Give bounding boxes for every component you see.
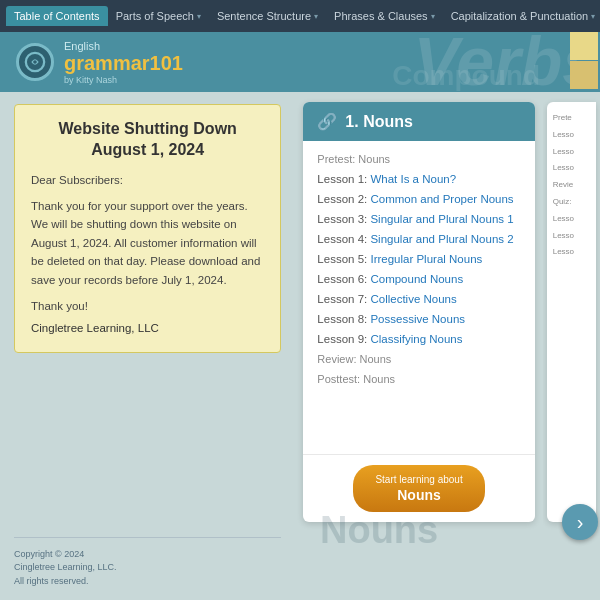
chevron-down-icon: ▾ bbox=[431, 12, 435, 21]
lesson-6-link[interactable]: Compound Nouns bbox=[370, 273, 463, 285]
lesson-list: Pretest: Nouns Lesson 1: What Is a Noun?… bbox=[303, 141, 534, 454]
right-panel: Prete Lesso Lesso Lesso Revie Quiz: Less… bbox=[543, 92, 600, 600]
logo-grammar: grammar101 bbox=[64, 52, 183, 74]
chevron-down-icon: ▾ bbox=[314, 12, 318, 21]
company-line: Cingletree Learning, LLC. bbox=[14, 561, 281, 575]
right-card: Prete Lesso Lesso Lesso Revie Quiz: Less… bbox=[547, 102, 596, 522]
right-lesson-1: Lesso bbox=[551, 127, 592, 144]
nav-table-of-contents[interactable]: Table of Contents bbox=[6, 6, 108, 26]
announcement-greeting: Dear Subscribers: bbox=[31, 171, 264, 189]
start-learning-button[interactable]: Start learning about Nouns bbox=[353, 465, 484, 512]
list-item: Lesson 4: Singular and Plural Nouns 2 bbox=[317, 229, 520, 249]
lesson-icon: 🔗 bbox=[317, 112, 337, 131]
copyright-text: Copyright © 2024 Cingletree Learning, LL… bbox=[14, 548, 281, 589]
site-header: English grammar101 by Kitty Nash Verbs C… bbox=[0, 32, 600, 92]
nav-parts-of-speech[interactable]: Parts of Speech ▾ bbox=[108, 6, 209, 26]
list-item: Lesson 1: What Is a Noun? bbox=[317, 169, 520, 189]
lesson-card-header: 🔗 1. Nouns bbox=[303, 102, 534, 141]
logo-byline: by Kitty Nash bbox=[64, 75, 183, 85]
start-btn-line2: Nouns bbox=[375, 486, 462, 504]
scroll-right-button[interactable]: › bbox=[562, 504, 598, 540]
left-panel: Website Shutting Down August 1, 2024 Dea… bbox=[0, 92, 295, 600]
nav-capitalization-punctuation[interactable]: Capitalization & Punctuation ▾ bbox=[443, 6, 600, 26]
lesson-card: 🔗 1. Nouns Pretest: Nouns Lesson 1: What… bbox=[303, 102, 534, 522]
nav-cap-label: Capitalization & Punctuation bbox=[451, 10, 589, 22]
logo-english: English bbox=[64, 40, 183, 52]
logo-icon bbox=[16, 43, 54, 81]
lesson-3-link[interactable]: Singular and Plural Nouns 1 bbox=[370, 213, 513, 225]
nav-toc-label: Table of Contents bbox=[14, 10, 100, 22]
lesson-posttest: Posttest: Nouns bbox=[317, 369, 520, 389]
chevron-down-icon: ▾ bbox=[197, 12, 201, 21]
chevron-down-icon: ▾ bbox=[591, 12, 595, 21]
background-compound: Compound bbox=[392, 60, 540, 92]
lesson-4-link[interactable]: Singular and Plural Nouns 2 bbox=[370, 233, 513, 245]
list-item: Lesson 8: Possessive Nouns bbox=[317, 309, 520, 329]
nav-phrases-clauses[interactable]: Phrases & Clauses ▾ bbox=[326, 6, 443, 26]
list-item: Lesson 5: Irregular Plural Nouns bbox=[317, 249, 520, 269]
announcement-company: Cingletree Learning, LLC bbox=[31, 319, 264, 337]
nav-pc-label: Phrases & Clauses bbox=[334, 10, 428, 22]
announcement-box: Website Shutting Down August 1, 2024 Dea… bbox=[14, 104, 281, 353]
announcement-body: Dear Subscribers: Thank you for your sup… bbox=[31, 171, 264, 338]
right-lesson-4: Lesso bbox=[551, 211, 592, 228]
list-item: Lesson 7: Collective Nouns bbox=[317, 289, 520, 309]
right-lesson-3: Lesso bbox=[551, 160, 592, 177]
right-quiz: Quiz: bbox=[551, 194, 592, 211]
header-thumbnails bbox=[570, 32, 600, 92]
lesson-2-link[interactable]: Common and Proper Nouns bbox=[370, 193, 513, 205]
lesson-card-footer: Start learning about Nouns bbox=[303, 454, 534, 522]
right-pretest: Prete bbox=[551, 110, 592, 127]
lesson-9-link[interactable]: Classifying Nouns bbox=[370, 333, 462, 345]
list-item: Lesson 9: Classifying Nouns bbox=[317, 329, 520, 349]
right-lesson-5: Lesso bbox=[551, 228, 592, 245]
lesson-7-link[interactable]: Collective Nouns bbox=[370, 293, 456, 305]
main-content: Website Shutting Down August 1, 2024 Dea… bbox=[0, 92, 600, 600]
thumb-1 bbox=[570, 32, 598, 60]
lesson-8-link[interactable]: Possessive Nouns bbox=[370, 313, 465, 325]
list-item: Lesson 2: Common and Proper Nouns bbox=[317, 189, 520, 209]
list-item: Lesson 3: Singular and Plural Nouns 1 bbox=[317, 209, 520, 229]
announcement-thanks: Thank you! bbox=[31, 297, 264, 315]
announcement-title: Website Shutting Down August 1, 2024 bbox=[31, 119, 264, 161]
list-item: Lesson 6: Compound Nouns bbox=[317, 269, 520, 289]
chevron-right-icon: › bbox=[577, 512, 584, 532]
center-panel: 🔗 1. Nouns Pretest: Nouns Lesson 1: What… bbox=[295, 92, 542, 600]
nav-sentence-structure[interactable]: Sentence Structure ▾ bbox=[209, 6, 326, 26]
nav-ss-label: Sentence Structure bbox=[217, 10, 311, 22]
start-btn-line1: Start learning about bbox=[375, 473, 462, 486]
lesson-5-link[interactable]: Irregular Plural Nouns bbox=[370, 253, 482, 265]
nav-pos-label: Parts of Speech bbox=[116, 10, 194, 22]
top-navigation: Table of Contents Parts of Speech ▾ Sent… bbox=[0, 0, 600, 32]
lesson-1-link[interactable]: What Is a Noun? bbox=[370, 173, 456, 185]
lesson-review: Review: Nouns bbox=[317, 349, 520, 369]
svg-point-1 bbox=[33, 60, 37, 64]
right-lesson-2: Lesso bbox=[551, 144, 592, 161]
lesson-card-title: 1. Nouns bbox=[345, 113, 413, 131]
right-lesson-6: Lesso bbox=[551, 244, 592, 261]
logo-text: English grammar101 by Kitty Nash bbox=[64, 40, 183, 85]
copyright-line: Copyright © 2024 bbox=[14, 548, 281, 562]
lesson-pretest: Pretest: Nouns bbox=[317, 149, 520, 169]
right-review: Revie bbox=[551, 177, 592, 194]
rights-line: All rights reserved. bbox=[14, 575, 281, 589]
left-footer: Copyright © 2024 Cingletree Learning, LL… bbox=[14, 537, 281, 589]
announcement-message: Thank you for your support over the year… bbox=[31, 197, 264, 289]
thumb-2 bbox=[570, 61, 598, 89]
